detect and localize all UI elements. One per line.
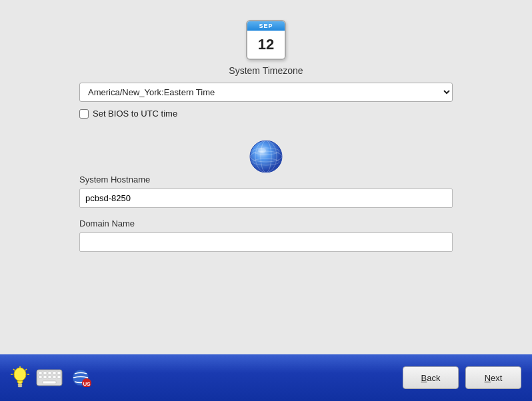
keyboard-icon [36, 369, 63, 386]
svg-rect-18 [48, 372, 51, 374]
bulb-icon [11, 366, 29, 389]
globe-icon [248, 139, 284, 175]
timezone-select-wrapper: America/New_York:Eastern Time America/Ch… [79, 83, 453, 102]
utc-checkbox[interactable] [79, 109, 89, 119]
flag-icon: US [69, 368, 92, 387]
calendar-day: 12 [247, 31, 285, 59]
svg-rect-24 [53, 376, 56, 378]
timezone-select[interactable]: America/New_York:Eastern Time America/Ch… [79, 83, 453, 102]
calendar-month: SEP [247, 21, 285, 31]
svg-rect-17 [43, 372, 47, 374]
svg-point-6 [258, 148, 266, 153]
svg-point-0 [250, 141, 282, 173]
svg-rect-21 [39, 376, 42, 378]
svg-rect-22 [43, 376, 47, 378]
calendar-icon: SEP 12 [246, 20, 286, 60]
main-content: SEP 12 System Timezone America/New_York:… [0, 0, 532, 354]
svg-rect-25 [57, 376, 61, 378]
svg-rect-8 [18, 384, 22, 386]
next-label: Next [485, 373, 503, 383]
timezone-label: System Timezone [229, 65, 303, 76]
utc-checkbox-row: Set BIOS to UTC time [79, 109, 453, 119]
svg-rect-26 [43, 381, 56, 384]
timezone-section: America/New_York:Eastern Time America/Ch… [0, 83, 532, 139]
utc-checkbox-label[interactable]: Set BIOS to UTC time [93, 109, 177, 119]
svg-line-12 [25, 369, 27, 370]
back-label: Back [421, 373, 441, 383]
back-button[interactable]: Back [403, 366, 459, 389]
svg-point-7 [14, 368, 26, 381]
domain-input[interactable] [79, 232, 453, 252]
bottom-bar: US Back Next [0, 354, 532, 401]
svg-rect-16 [39, 372, 42, 374]
hostname-section: System Hostname Domain Name [79, 175, 453, 260]
svg-rect-19 [53, 372, 56, 374]
svg-line-11 [13, 369, 15, 370]
hostname-label: System Hostname [79, 175, 453, 185]
svg-rect-23 [48, 376, 51, 378]
bottom-buttons: Back Next [403, 366, 521, 389]
svg-rect-20 [57, 372, 61, 374]
bottom-left-icons: US [11, 366, 92, 389]
svg-text:US: US [83, 381, 91, 387]
next-button[interactable]: Next [465, 366, 521, 389]
hostname-input[interactable] [79, 189, 453, 208]
domain-label: Domain Name [79, 218, 453, 228]
svg-rect-9 [18, 386, 22, 387]
